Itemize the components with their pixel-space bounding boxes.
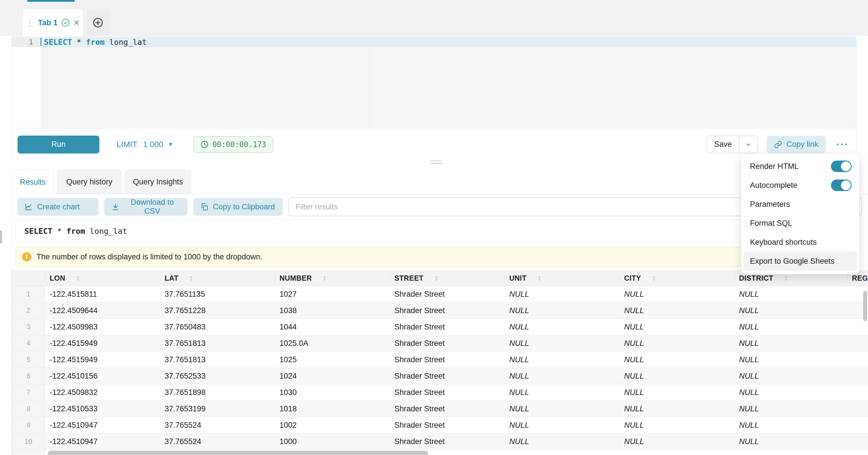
row-number[interactable]: 1 (12, 286, 45, 302)
table-cell[interactable]: NULL (735, 335, 847, 351)
table-cell[interactable]: 1027 (275, 286, 390, 302)
tab-query-history[interactable]: Query history (57, 170, 122, 194)
table-cell[interactable]: -122.4509644 (45, 302, 160, 318)
new-tab-button[interactable] (87, 9, 109, 36)
table-cell[interactable]: NULL (735, 433, 847, 450)
menu-item-format-sql[interactable]: Format SQL (741, 214, 859, 233)
table-cell[interactable]: -122.4509983 (45, 319, 160, 335)
table-cell[interactable]: 37.7650483 (160, 319, 275, 335)
menu-item-keyboard-shortcuts[interactable]: Keyboard shortcuts (741, 233, 859, 252)
render-html-toggle[interactable] (831, 160, 851, 172)
column-header-lon[interactable]: LON▲▼ (45, 271, 160, 286)
table-cell[interactable]: 1018 (275, 401, 390, 417)
column-header-unit[interactable]: UNIT▲▼ (505, 271, 620, 286)
table-cell[interactable] (847, 368, 868, 384)
download-csv-button[interactable]: Download to CSV (104, 198, 188, 216)
table-cell[interactable]: NULL (735, 319, 847, 335)
table-cell[interactable]: 1038 (275, 302, 390, 318)
table-cell[interactable]: NULL (505, 417, 620, 433)
table-cell[interactable]: NULL (735, 417, 847, 433)
sql-line[interactable]: SELECT * from long_lat (40, 37, 856, 47)
table-cell[interactable]: NULL (620, 286, 735, 302)
table-cell[interactable]: 1025.0A (275, 335, 390, 351)
table-cell[interactable] (847, 319, 868, 335)
table-cell[interactable]: -122.4515949 (45, 335, 160, 351)
table-cell[interactable]: 1000 (275, 433, 390, 450)
table-cell[interactable]: NULL (505, 335, 620, 351)
table-cell[interactable]: Shrader Street (390, 286, 505, 302)
table-cell[interactable] (847, 335, 868, 351)
table-cell[interactable]: NULL (505, 302, 620, 318)
table-cell[interactable]: 37.7651135 (160, 286, 275, 302)
row-number[interactable]: 5 (12, 352, 45, 368)
table-cell[interactable]: 37.7653199 (160, 401, 275, 417)
table-cell[interactable] (847, 352, 868, 368)
row-number[interactable]: 3 (12, 319, 45, 335)
table-cell[interactable]: 1044 (275, 319, 390, 335)
table-cell[interactable]: NULL (505, 433, 620, 450)
table-cell[interactable]: NULL (620, 450, 735, 455)
table-cell[interactable]: NULL (620, 368, 735, 384)
table-cell[interactable]: NULL (735, 286, 847, 302)
tab-query-insights[interactable]: Query Insights (125, 170, 191, 194)
table-cell[interactable]: Shrader Street (390, 433, 505, 450)
table-cell[interactable]: NULL (620, 417, 735, 433)
table-cell[interactable]: NULL (735, 352, 847, 368)
table-cell[interactable]: Shrader Street (390, 319, 505, 335)
tab-1[interactable]: ⋮ Tab 1 ✕ (22, 9, 83, 36)
close-tab-icon[interactable]: ✕ (73, 18, 80, 28)
save-button[interactable]: Save (707, 136, 739, 153)
table-cell[interactable]: NULL (505, 450, 620, 455)
tab-results[interactable]: Results (11, 170, 54, 194)
table-cell[interactable]: NULL (620, 335, 735, 351)
table-cell[interactable]: 37.765524 (160, 433, 275, 450)
table-cell[interactable]: NULL (735, 368, 847, 384)
table-cell[interactable]: NULL (505, 352, 620, 368)
table-cell[interactable]: -122.4510156 (45, 368, 160, 384)
row-number[interactable]: 7 (12, 384, 45, 400)
row-number[interactable]: 8 (12, 401, 45, 417)
menu-item-autocomplete[interactable]: Autocomplete (741, 176, 859, 195)
table-cell[interactable]: NULL (735, 302, 847, 318)
table-cell[interactable] (847, 384, 868, 400)
table-cell[interactable]: NULL (505, 286, 620, 302)
table-cell[interactable]: NULL (505, 368, 620, 384)
table-cell[interactable]: 37.7651898 (160, 384, 275, 400)
horizontal-scrollbar[interactable] (48, 451, 428, 455)
table-cell[interactable]: 37.7651228 (160, 302, 275, 318)
table-cell[interactable]: NULL (620, 302, 735, 318)
more-options-button[interactable]: ··· (834, 139, 850, 150)
menu-item-parameters[interactable]: Parameters (741, 195, 859, 214)
table-cell[interactable]: Shrader Street (390, 384, 505, 400)
table-cell[interactable]: 37.7652533 (160, 368, 275, 384)
column-header-street[interactable]: STREET▲▼ (390, 271, 505, 286)
table-cell[interactable]: Shrader Street (390, 368, 505, 384)
run-button[interactable]: Run (18, 135, 99, 153)
panel-resize-handle[interactable] (430, 160, 442, 165)
table-cell[interactable]: 37.7651813 (160, 352, 275, 368)
table-cell[interactable]: Shrader Street (390, 302, 505, 318)
column-header-lat[interactable]: LAT▲▼ (160, 271, 275, 286)
row-number[interactable]: 6 (12, 368, 45, 384)
table-cell[interactable]: NULL (505, 319, 620, 335)
create-chart-button[interactable]: Create chart (18, 198, 98, 216)
table-cell[interactable]: -122.4510533 (45, 401, 160, 417)
table-cell[interactable]: NULL (620, 433, 735, 450)
table-cell[interactable]: -122.4509832 (45, 384, 160, 400)
row-number[interactable]: 11 (12, 450, 45, 455)
limit-dropdown[interactable]: LIMIT: 1 000 ▼ (117, 140, 173, 149)
table-cell[interactable]: Shrader Street (390, 417, 505, 433)
table-cell[interactable]: -122.4510947 (45, 417, 160, 433)
table-cell[interactable]: NULL (735, 401, 847, 417)
table-cell[interactable]: 1025 (275, 352, 390, 368)
autocomplete-toggle[interactable] (831, 180, 851, 191)
code-editor[interactable]: 1 SELECT * from long_lat (12, 36, 856, 128)
table-cell[interactable]: 37.7651813 (160, 335, 275, 351)
table-cell[interactable]: NULL (735, 384, 847, 400)
table-cell[interactable] (847, 450, 868, 455)
table-cell[interactable]: NULL (620, 352, 735, 368)
table-cell[interactable]: 37.765524 (160, 417, 275, 433)
table-cell[interactable]: 1024 (275, 368, 390, 384)
column-header-number[interactable]: NUMBER▲▼ (275, 271, 390, 286)
save-options-button[interactable] (739, 136, 757, 153)
